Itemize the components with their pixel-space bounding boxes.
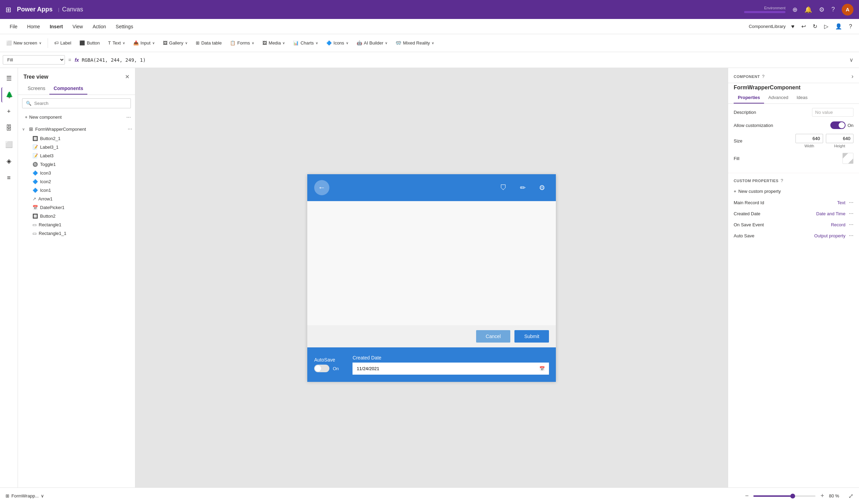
settings-icon[interactable]: ⚙ (819, 6, 824, 13)
formula-expand-icon[interactable]: ∨ (847, 57, 856, 63)
on-save-event-type[interactable]: Record (831, 222, 846, 227)
autosave-toggle[interactable]: On (314, 365, 339, 372)
charts-button[interactable]: 📊 Charts ∨ (290, 38, 321, 48)
zoom-slider-thumb[interactable] (790, 494, 795, 498)
screen-selector[interactable]: ⊞ FormWrapp... ∨ (6, 493, 44, 498)
calendar-icon[interactable]: 📅 (539, 366, 545, 371)
input-button[interactable]: 📥 Input ∨ (130, 38, 158, 48)
auto-save-type[interactable]: Output property (814, 233, 845, 238)
main-record-id-more[interactable]: ··· (849, 199, 853, 206)
width-input[interactable] (795, 134, 823, 143)
created-date-type[interactable]: Date and Time (816, 211, 846, 216)
user-icon[interactable]: 👤 (834, 22, 843, 31)
list-item[interactable]: 📝 Label3_1 (18, 143, 135, 151)
auto-save-more[interactable]: ··· (849, 233, 853, 239)
zoom-expand-button[interactable]: ⤢ (848, 492, 853, 500)
icons-button[interactable]: 🔷 Icons ∨ (323, 38, 352, 48)
filter-button[interactable]: ⛉ (496, 181, 510, 195)
new-custom-property-button[interactable]: + New custom property (734, 187, 853, 195)
undo-icon[interactable]: ↩ (800, 22, 807, 31)
sidebar-icon-data[interactable]: 🗄 (1, 120, 17, 136)
sidebar-icon-screens[interactable]: ⬜ (1, 137, 17, 152)
menu-file[interactable]: File (6, 22, 22, 31)
new-screen-button[interactable]: ⬜ New screen ∨ (3, 38, 45, 48)
menu-view[interactable]: View (68, 22, 87, 31)
zoom-slider[interactable] (753, 495, 815, 497)
notification-icon[interactable]: 🔔 (804, 6, 812, 13)
data-table-button[interactable]: ⊞ Data table (192, 38, 225, 48)
custom-properties-help-icon[interactable]: ? (781, 178, 783, 183)
list-item[interactable]: 📝 Label3 (18, 151, 135, 160)
edit-button[interactable]: ✏ (516, 181, 530, 195)
tab-screens[interactable]: Screens (23, 83, 49, 95)
menu-action[interactable]: Action (88, 22, 110, 31)
menu-help-icon[interactable]: ? (848, 22, 853, 31)
new-component-button[interactable]: + New component (22, 113, 65, 121)
list-item[interactable]: 🔷 Icon1 (18, 186, 135, 195)
tree-parent-formwrapper[interactable]: ∨ ⊞ FormWrapperComponent ··· (18, 124, 135, 134)
label-button[interactable]: 🏷 Label (51, 38, 75, 48)
list-item[interactable]: 🔘 Toggle1 (18, 160, 135, 169)
menu-settings[interactable]: Settings (112, 22, 137, 31)
waffle-icon[interactable]: ⊞ (6, 6, 11, 14)
menu-home[interactable]: Home (23, 22, 44, 31)
ai-builder-button[interactable]: 🤖 AI Builder ∨ (353, 38, 391, 48)
sidebar-icon-hamburger[interactable]: ☰ (1, 71, 17, 86)
submit-button[interactable]: Submit (514, 330, 549, 343)
property-selector[interactable]: Fill (3, 55, 65, 65)
help-icon[interactable]: ? (831, 6, 835, 13)
sidebar-icon-variables[interactable]: ≡ (1, 170, 17, 185)
menu-insert[interactable]: Insert (46, 22, 67, 31)
on-save-event-more[interactable]: ··· (849, 221, 853, 228)
zoom-plus-button[interactable]: + (818, 492, 826, 500)
toggle-on-track[interactable] (830, 121, 846, 129)
sidebar-icon-components[interactable]: ◈ (1, 154, 17, 169)
help-center-icon[interactable]: ⊕ (792, 6, 798, 13)
play-icon[interactable]: ▷ (823, 22, 830, 31)
allow-customization-toggle[interactable]: On (830, 121, 853, 129)
gallery-button[interactable]: 🖼 Gallery ∨ (160, 38, 191, 48)
forms-button[interactable]: 📋 Forms ∨ (226, 38, 258, 48)
created-date-more[interactable]: ··· (849, 210, 853, 217)
button-button[interactable]: ⬛ Button (76, 38, 103, 48)
tab-ideas[interactable]: Ideas (792, 92, 812, 103)
tree-more-button[interactable]: ··· (126, 114, 131, 120)
component-more-button[interactable]: ··· (128, 126, 132, 132)
list-item[interactable]: ↗ Arrow1 (18, 195, 135, 203)
cancel-button[interactable]: Cancel (476, 330, 511, 343)
list-item[interactable]: 🔷 Icon2 (18, 177, 135, 186)
avatar[interactable]: A (842, 4, 853, 16)
toggle-track[interactable] (314, 365, 329, 372)
zoom-minus-button[interactable]: − (743, 492, 751, 500)
charts-icon: 📊 (293, 40, 299, 46)
mixed-reality-button[interactable]: 🥽 Mixed Reality ∨ (392, 38, 437, 48)
tab-advanced[interactable]: Advanced (764, 92, 792, 103)
list-item[interactable]: ▭ Rectangle1 (18, 220, 135, 229)
component-library-button[interactable]: ComponentLibrary (749, 24, 786, 29)
list-item[interactable]: 🔲 Button2 (18, 212, 135, 220)
formula-input[interactable] (82, 57, 847, 63)
heart-icon[interactable]: ♥ (790, 22, 796, 31)
search-input[interactable] (34, 101, 127, 106)
height-input[interactable] (826, 134, 853, 143)
date-input[interactable]: 11/24/2021 📅 (353, 363, 549, 375)
redo-icon[interactable]: ↻ (811, 22, 819, 31)
tree-close-button[interactable]: ✕ (125, 73, 129, 80)
tab-properties[interactable]: Properties (734, 92, 764, 103)
component-help-icon[interactable]: ? (762, 74, 764, 79)
comp-settings-button[interactable]: ⚙ (535, 181, 549, 195)
list-item[interactable]: 📅 DatePicker1 (18, 203, 135, 212)
sidebar-icon-treeview[interactable]: 🌲 (1, 87, 17, 102)
list-item[interactable]: ▭ Rectangle1_1 (18, 229, 135, 238)
fill-swatch[interactable] (842, 153, 853, 164)
sidebar-icon-add[interactable]: + (1, 104, 17, 119)
main-record-id-type[interactable]: Text (837, 200, 846, 205)
list-item[interactable]: 🔲 Button2_1 (18, 134, 135, 143)
list-item[interactable]: 🔷 Icon3 (18, 169, 135, 177)
tab-components[interactable]: Components (49, 83, 87, 95)
media-button[interactable]: 🖼 Media ∨ (259, 38, 288, 48)
text-button[interactable]: T Text ∨ (105, 38, 128, 48)
back-button[interactable]: ← (314, 180, 329, 195)
description-value[interactable]: No value (812, 108, 853, 117)
panel-expand-button[interactable]: › (851, 73, 853, 80)
